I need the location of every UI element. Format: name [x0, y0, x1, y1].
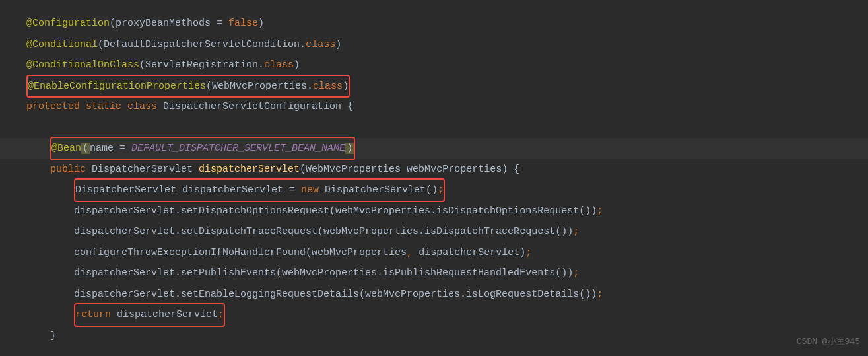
- class-name: DispatcherServletConfiguration: [163, 101, 347, 112]
- highlight-box-4: return dispatcherServlet;: [74, 303, 225, 327]
- code-line-13: dispatcherServlet.setEnableLoggingReques…: [26, 284, 842, 305]
- statement-part1: configureThrowExceptionIfNoHandlerFound(…: [74, 247, 407, 258]
- code-line-1: @Configuration(proxyBeanMethods = false): [26, 13, 842, 34]
- var-name: dispatcherServlet =: [182, 184, 301, 196]
- method-params: (WebMvcProperties webMvcProperties) {: [300, 164, 519, 175]
- class-modifiers: protected static class: [26, 101, 163, 112]
- annotation-conditionalonclass: @ConditionalOnClass: [26, 59, 139, 71]
- paren-open: (: [139, 59, 145, 71]
- semicolon: ;: [573, 267, 579, 279]
- highlight-box-1: @EnableConfigurationProperties(WebMvcPro…: [26, 75, 350, 98]
- annotation-conditional: @Conditional: [26, 39, 98, 50]
- highlight-box-3: DispatcherServlet dispatcherServlet = ne…: [74, 178, 445, 202]
- method-name: dispatcherServlet: [199, 164, 300, 175]
- paren-close: ): [258, 18, 264, 29]
- statement: dispatcherServlet.setEnableLoggingReques…: [74, 289, 597, 300]
- brace-close: }: [50, 330, 56, 341]
- watermark: CSDN @小宝945: [797, 333, 860, 351]
- keyword-return: return: [75, 309, 117, 320]
- statement-part2: dispatcherServlet): [418, 247, 525, 258]
- semicolon: ;: [597, 205, 603, 217]
- paren-open: (: [206, 81, 212, 92]
- var-type: DispatcherServlet: [75, 184, 182, 196]
- code-line-2: @Conditional(DefaultDispatcherServletCon…: [26, 34, 842, 55]
- dot: .: [258, 59, 264, 71]
- semicolon: ;: [573, 226, 579, 237]
- code-line-blank: [26, 118, 842, 139]
- keyword-class: class: [264, 59, 294, 71]
- param-name: proxyBeanMethods =: [116, 18, 228, 29]
- code-line-4: @EnableConfigurationProperties(WebMvcPro…: [26, 76, 842, 97]
- keyword-new: new: [301, 184, 325, 196]
- return-var: dispatcherServlet: [117, 309, 218, 320]
- keyword-class: class: [313, 81, 343, 92]
- class-ref: DefaultDispatcherServletCondition: [104, 39, 300, 50]
- annotation-enableconfigprops: @EnableConfigurationProperties: [28, 81, 206, 92]
- semicolon: ;: [438, 184, 444, 196]
- paren-highlighted-close: ): [345, 143, 354, 154]
- paren-close: ): [335, 39, 341, 50]
- statement: dispatcherServlet.setDispatchTraceReques…: [74, 226, 573, 237]
- code-line-10: dispatcherServlet.setDispatchTraceReques…: [26, 221, 842, 242]
- code-line-8: DispatcherServlet dispatcherServlet = ne…: [26, 180, 842, 201]
- return-type: DispatcherServlet: [92, 164, 199, 175]
- class-ref: WebMvcProperties: [212, 81, 307, 92]
- code-line-5: protected static class DispatcherServlet…: [26, 96, 842, 118]
- modifier-public: public: [50, 164, 92, 175]
- statement: dispatcherServlet.setDispatchOptionsRequ…: [74, 205, 597, 217]
- keyword-false: false: [228, 18, 258, 29]
- paren-open: (: [98, 39, 104, 50]
- keyword-class: class: [306, 39, 335, 50]
- code-line-9: dispatcherServlet.setDispatchOptionsRequ…: [26, 201, 842, 222]
- semicolon: ;: [525, 247, 531, 258]
- highlight-box-2: @Bean(name = DEFAULT_DISPATCHER_SERVLET_…: [50, 137, 355, 160]
- code-line-14: return dispatcherServlet;: [26, 304, 842, 326]
- code-line-3: @ConditionalOnClass(ServletRegistration.…: [26, 55, 842, 76]
- annotation-bean: @Bean: [51, 143, 81, 154]
- code-line-6: @Bean(name = DEFAULT_DISPATCHER_SERVLET_…: [0, 138, 868, 159]
- statement: dispatcherServlet.setPublishEvents(webMv…: [74, 267, 573, 279]
- dot: .: [300, 39, 306, 50]
- annotation-configuration: @Configuration: [26, 18, 110, 29]
- paren-open: (: [110, 18, 116, 29]
- dot: .: [307, 81, 313, 92]
- param-name: name =: [90, 143, 131, 154]
- semicolon: ;: [597, 289, 603, 300]
- brace-open: {: [347, 101, 353, 112]
- code-line-15: }: [26, 326, 842, 347]
- ctor-call: DispatcherServlet(): [325, 184, 438, 196]
- class-ref: ServletRegistration: [145, 59, 258, 71]
- constant-name: DEFAULT_DISPATCHER_SERVLET_BEAN_NAME: [131, 143, 345, 154]
- paren-close: ): [343, 81, 349, 92]
- paren-highlighted-open: (: [81, 143, 90, 154]
- semicolon: ;: [218, 309, 224, 320]
- code-line-12: dispatcherServlet.setPublishEvents(webMv…: [26, 263, 842, 284]
- code-line-7: public DispatcherServlet dispatcherServl…: [26, 159, 842, 180]
- comma: ,: [407, 247, 418, 258]
- paren-close: ): [294, 59, 300, 71]
- code-line-11: configureThrowExceptionIfNoHandlerFound(…: [26, 242, 842, 264]
